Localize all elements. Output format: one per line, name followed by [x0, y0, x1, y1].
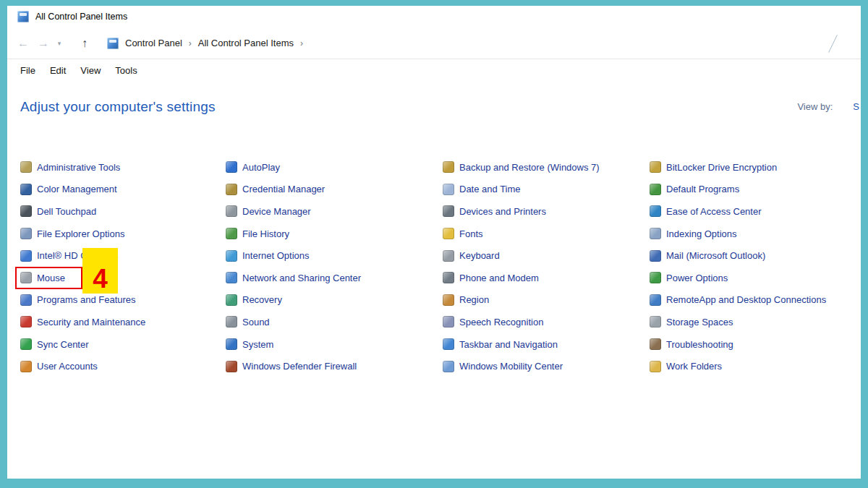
breadcrumb-item-control-panel[interactable]: Control Panel — [125, 38, 182, 48]
control-panel-icon — [17, 11, 29, 22]
item-label: Indexing Options — [666, 228, 737, 239]
control-panel-item-taskbar-and-navigation[interactable]: Taskbar and Navigation — [443, 333, 600, 356]
system-icon — [226, 338, 237, 350]
item-label: Backup and Restore (Windows 7) — [459, 162, 600, 173]
item-label: Keyboard — [459, 250, 500, 261]
control-panel-item-credential-manager[interactable]: Credential Manager — [226, 179, 361, 201]
item-label: Speech Recognition — [459, 317, 543, 328]
control-panel-item-administrative-tools[interactable]: Administrative Tools — [20, 156, 145, 179]
control-panel-item-device-manager[interactable]: Device Manager — [226, 200, 361, 223]
control-panel-item-sound[interactable]: Sound — [226, 311, 361, 333]
item-label: Troubleshooting — [666, 339, 733, 350]
control-panel-item-troubleshooting[interactable]: Troubleshooting — [650, 333, 826, 356]
breadcrumb-separator-icon[interactable]: › — [182, 38, 198, 48]
item-label: AutoPlay — [242, 162, 280, 173]
menu-item-tools[interactable]: Tools — [115, 65, 137, 76]
control-panel-item-remoteapp-and-desktop-connections[interactable]: RemoteApp and Desktop Connections — [650, 289, 826, 312]
address-bar: ← → ▾ ↑ Control Panel › All Control Pane… — [7, 27, 861, 59]
breadcrumb-item-all-control-panel-items[interactable]: All Control Panel Items — [198, 38, 294, 48]
control-panel-item-bitlocker-drive-encryption[interactable]: BitLocker Drive Encryption — [650, 156, 826, 179]
forward-arrow-icon[interactable]: → — [33, 38, 54, 49]
screenshot-frame: { "frame": { "border_color": "#5ebcc9" }… — [0, 0, 868, 488]
internet-options-icon — [226, 250, 237, 262]
sound-icon — [226, 316, 237, 328]
control-panel-item-speech-recognition[interactable]: Speech Recognition — [443, 311, 600, 333]
item-label: Power Options — [666, 273, 728, 283]
control-panel-item-power-options[interactable]: Power Options — [650, 267, 826, 289]
windows-mobility-center-icon — [443, 361, 454, 372]
items-column-4: BitLocker Drive EncryptionDefault Progra… — [650, 156, 826, 377]
control-panel-item-work-folders[interactable]: Work Folders — [650, 355, 826, 377]
autoplay-icon — [226, 161, 237, 173]
item-label: Devices and Printers — [459, 206, 546, 217]
item-label: Security and Maintenance — [37, 317, 145, 328]
mouse-highlight-box — [15, 267, 82, 289]
bitlocker-drive-encryption-icon — [650, 161, 661, 173]
control-panel-item-windows-defender-firewall[interactable]: Windows Defender Firewall — [226, 355, 361, 377]
control-panel-item-file-explorer-options[interactable]: File Explorer Options — [20, 223, 145, 245]
control-panel-item-backup-and-restore-windows-7[interactable]: Backup and Restore (Windows 7) — [443, 156, 600, 179]
control-panel-item-devices-and-printers[interactable]: Devices and Printers — [443, 200, 600, 223]
item-label: User Accounts — [37, 361, 98, 372]
item-label: File Explorer Options — [37, 228, 124, 239]
control-panel-item-region[interactable]: Region — [443, 289, 600, 312]
control-panel-item-default-programs[interactable]: Default Programs — [650, 179, 826, 201]
item-label: BitLocker Drive Encryption — [666, 162, 777, 173]
item-label: File History — [242, 228, 289, 239]
menu-item-edit[interactable]: Edit — [50, 65, 66, 76]
control-panel-window: All Control Panel Items ← → ▾ ↑ Control … — [7, 6, 861, 479]
file-history-icon — [226, 228, 237, 239]
item-label: Color Management — [37, 184, 117, 194]
control-panel-item-windows-mobility-center[interactable]: Windows Mobility Center — [443, 355, 600, 377]
control-panel-item-phone-and-modem[interactable]: Phone and Modem — [443, 267, 600, 289]
ease-of-access-center-icon — [650, 205, 661, 217]
item-label: Internet Options — [242, 250, 310, 261]
view-by-value[interactable]: S — [853, 101, 859, 112]
security-and-maintenance-icon — [20, 316, 32, 328]
remoteapp-and-desktop-connections-icon — [650, 294, 661, 306]
control-panel-item-color-management[interactable]: Color Management — [20, 179, 145, 201]
control-panel-item-system[interactable]: System — [226, 333, 361, 356]
page-title: Adjust your computer's settings — [20, 99, 216, 115]
item-label: Date and Time — [459, 184, 521, 194]
breadcrumb-separator-icon[interactable]: › — [294, 38, 310, 48]
backup-and-restore-icon — [443, 161, 454, 173]
control-panel-item-network-and-sharing-center[interactable]: Network and Sharing Center — [226, 267, 361, 289]
control-panel-item-keyboard[interactable]: Keyboard — [443, 244, 600, 267]
item-label: System — [242, 339, 273, 350]
step-annotation-badge: 4 — [82, 248, 118, 294]
control-panel-item-file-history[interactable]: File History — [226, 223, 361, 245]
windows-defender-firewall-icon — [226, 361, 237, 372]
back-arrow-icon[interactable]: ← — [13, 38, 33, 49]
up-arrow-icon[interactable]: ↑ — [74, 37, 95, 50]
control-panel-item-security-and-maintenance[interactable]: Security and Maintenance — [20, 311, 145, 333]
control-panel-item-mail-microsoft-outlook[interactable]: Mail (Microsoft Outlook) — [650, 244, 826, 267]
control-panel-item-storage-spaces[interactable]: Storage Spaces — [650, 311, 826, 333]
dell-touchpad-icon — [20, 205, 32, 217]
control-panel-item-dell-touchpad[interactable]: Dell Touchpad — [20, 200, 145, 223]
control-panel-item-fonts[interactable]: Fonts — [443, 223, 600, 245]
file-explorer-options-icon — [20, 228, 32, 239]
menu-item-view[interactable]: View — [80, 65, 101, 76]
phone-and-modem-icon — [443, 272, 454, 283]
recent-pages-chevron-icon[interactable]: ▾ — [54, 40, 65, 47]
control-panel-item-date-and-time[interactable]: Date and Time — [443, 179, 600, 201]
window-title: All Control Panel Items — [35, 12, 127, 22]
sync-center-icon — [20, 338, 32, 350]
network-and-sharing-center-icon — [226, 272, 237, 283]
item-label: Work Folders — [666, 361, 722, 372]
control-panel-item-indexing-options[interactable]: Indexing Options — [650, 223, 826, 245]
control-panel-item-ease-of-access-center[interactable]: Ease of Access Center — [650, 200, 826, 223]
control-panel-item-sync-center[interactable]: Sync Center — [20, 333, 145, 356]
control-panel-item-internet-options[interactable]: Internet Options — [226, 244, 361, 267]
devices-and-printers-icon — [443, 205, 454, 217]
control-panel-item-user-accounts[interactable]: User Accounts — [20, 355, 145, 377]
color-management-icon — [20, 184, 32, 195]
items-column-3: Backup and Restore (Windows 7)Date and T… — [443, 156, 600, 377]
control-panel-item-autoplay[interactable]: AutoPlay — [226, 156, 361, 179]
menu-item-file[interactable]: File — [20, 65, 35, 76]
item-label: Credential Manager — [242, 184, 325, 194]
control-panel-item-recovery[interactable]: Recovery — [226, 289, 361, 312]
item-label: Administrative Tools — [37, 162, 120, 173]
date-and-time-icon — [443, 184, 454, 195]
